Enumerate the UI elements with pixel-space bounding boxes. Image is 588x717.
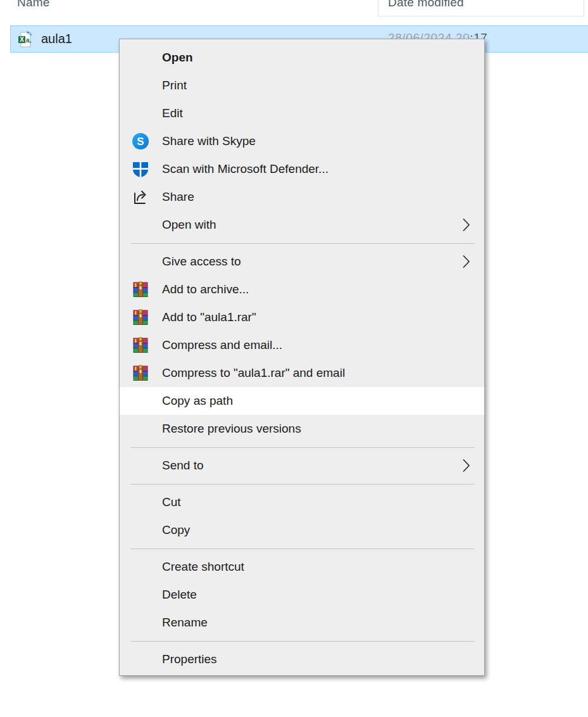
menu-item-label: Share with Skype xyxy=(162,134,256,148)
menu-item-properties[interactable]: Properties xyxy=(120,645,484,673)
winrar-icon xyxy=(132,364,149,382)
icon-spacer xyxy=(132,216,149,234)
svg-text:X: X xyxy=(20,36,24,43)
menu-item-cut[interactable]: Cut xyxy=(120,488,484,516)
menu-item-label: Print xyxy=(162,79,187,92)
menu-item-create-shortcut[interactable]: Create shortcut xyxy=(120,553,484,581)
menu-separator xyxy=(120,637,484,645)
icon-spacer xyxy=(132,586,149,604)
menu-item-copy-as-path[interactable]: Copy as path xyxy=(120,387,484,415)
menu-item-label: Open with xyxy=(162,218,216,232)
column-divider[interactable] xyxy=(378,0,378,16)
defender-icon xyxy=(132,160,149,178)
menu-item-compress-to-aula1-rar-and-email[interactable]: Compress to "aula1.rar" and email xyxy=(120,359,484,387)
menu-item-open-with[interactable]: Open with xyxy=(120,211,484,239)
icon-spacer xyxy=(132,253,149,270)
svg-text:S: S xyxy=(137,136,144,148)
menu-item-label: Create shortcut xyxy=(162,560,244,574)
menu-item-edit[interactable]: Edit xyxy=(120,99,484,127)
menu-item-share[interactable]: Share xyxy=(120,183,484,211)
menu-item-add-to-aula1-rar[interactable]: Add to "aula1.rar" xyxy=(120,303,484,331)
menu-item-label: Properties xyxy=(162,652,217,666)
menu-item-rename[interactable]: Rename xyxy=(120,609,484,637)
menu-separator xyxy=(120,443,484,452)
winrar-icon xyxy=(132,336,149,354)
menu-item-send-to[interactable]: Send to xyxy=(120,452,484,479)
menu-separator xyxy=(120,544,484,553)
menu-item-label: Copy as path xyxy=(162,394,233,408)
menu-item-open[interactable]: Open xyxy=(120,44,484,72)
menu-item-restore-previous-versions[interactable]: Restore previous versions xyxy=(120,415,484,443)
column-header-name[interactable]: Name xyxy=(17,0,49,10)
menu-item-label: Give access to xyxy=(162,255,241,269)
menu-item-label: Delete xyxy=(162,588,197,602)
chevron-right-icon xyxy=(462,459,470,473)
icon-spacer xyxy=(132,493,149,511)
column-divider[interactable] xyxy=(584,0,584,16)
file-name-label: aula1 xyxy=(41,32,72,46)
menu-item-label: Scan with Microsoft Defender... xyxy=(162,162,328,176)
header-underline xyxy=(378,16,584,16)
winrar-icon xyxy=(132,308,149,326)
chevron-right-icon xyxy=(462,218,470,232)
menu-item-label: Compress and email... xyxy=(162,338,282,352)
menu-item-print[interactable]: Print xyxy=(120,72,484,99)
context-menu: OpenPrintEdit S Share with Skype Scan wi… xyxy=(119,39,485,676)
menu-item-label: Cut xyxy=(162,495,181,509)
menu-item-scan-with-microsoft-defender[interactable]: Scan with Microsoft Defender... xyxy=(120,155,484,183)
column-header-date-modified[interactable]: Date modified xyxy=(388,0,464,10)
icon-spacer xyxy=(132,558,149,576)
icon-spacer xyxy=(132,614,149,631)
winrar-icon xyxy=(132,281,149,298)
menu-item-label: Add to archive... xyxy=(162,282,249,296)
excel-file-icon: X a, xyxy=(17,30,34,48)
menu-item-label: Restore previous versions xyxy=(162,422,301,436)
menu-item-delete[interactable]: Delete xyxy=(120,581,484,609)
skype-icon: S xyxy=(132,132,149,150)
icon-spacer xyxy=(132,49,149,67)
menu-item-label: Rename xyxy=(162,616,208,630)
menu-item-label: Share xyxy=(162,190,194,204)
menu-item-label: Copy xyxy=(162,523,190,537)
chevron-right-icon xyxy=(462,255,470,269)
icon-spacer xyxy=(132,650,149,668)
svg-text:a,: a, xyxy=(26,37,32,44)
icon-spacer xyxy=(132,457,149,474)
menu-separator xyxy=(120,239,484,248)
menu-separator xyxy=(120,479,484,488)
menu-item-give-access-to[interactable]: Give access to xyxy=(120,248,484,276)
icon-spacer xyxy=(132,105,149,122)
menu-item-add-to-archive[interactable]: Add to archive... xyxy=(120,276,484,303)
icon-spacer xyxy=(132,420,149,438)
menu-item-share-with-skype[interactable]: S Share with Skype xyxy=(120,127,484,155)
menu-item-label: Send to xyxy=(162,459,204,473)
menu-item-label: Add to "aula1.rar" xyxy=(162,310,256,324)
icon-spacer xyxy=(132,521,149,539)
menu-item-label: Compress to "aula1.rar" and email xyxy=(162,366,345,380)
menu-item-compress-and-email[interactable]: Compress and email... xyxy=(120,331,484,359)
menu-item-copy[interactable]: Copy xyxy=(120,516,484,544)
icon-spacer xyxy=(132,77,149,94)
share-icon xyxy=(132,188,149,206)
icon-spacer xyxy=(132,392,149,410)
menu-item-label: Edit xyxy=(162,106,183,120)
menu-item-label: Open xyxy=(162,51,193,65)
